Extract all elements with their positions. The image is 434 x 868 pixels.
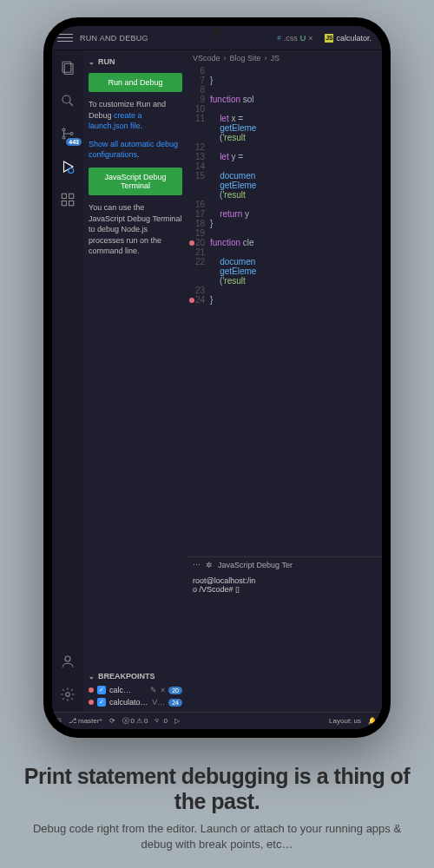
- edit-icon[interactable]: ✎: [150, 686, 157, 694]
- code-editor[interactable]: 67}89function sol1011 let x = getEleme (…: [187, 66, 382, 556]
- breakpoints-header[interactable]: ⌄BREAKPOINTS: [83, 668, 187, 684]
- breakpoint-dot-icon: [89, 687, 94, 693]
- svg-point-5: [62, 136, 65, 139]
- remote-icon[interactable]: ⎘: [57, 717, 62, 725]
- sync-icon[interactable]: ⟳: [109, 717, 115, 725]
- breadcrumb[interactable]: VScode› Blog Site› JS: [187, 50, 382, 66]
- explorer-icon[interactable]: [59, 59, 76, 76]
- breakpoint-checkbox[interactable]: ✓: [97, 686, 106, 694]
- debug-status-icon[interactable]: ▷: [174, 717, 180, 725]
- extensions-icon[interactable]: [59, 191, 76, 208]
- show-auto-configs-link[interactable]: Show all automatic debug configurations: [89, 140, 178, 160]
- code-line[interactable]: 8: [187, 85, 382, 95]
- layout-indicator[interactable]: Layout: us: [329, 717, 361, 725]
- code-line[interactable]: 12: [187, 142, 382, 152]
- svg-point-14: [66, 693, 70, 697]
- bell-icon[interactable]: 🔔: [368, 717, 377, 725]
- editor-tabs: # .css U × JS calculator.: [272, 30, 377, 46]
- svg-point-2: [62, 95, 70, 103]
- problems[interactable]: ⓧ0 ⚠0: [122, 716, 148, 726]
- hamburger-menu-icon[interactable]: [57, 30, 73, 45]
- run-and-debug-button[interactable]: Run and Debug: [89, 73, 182, 92]
- breakpoint-marker-icon[interactable]: [189, 298, 194, 303]
- tab-label: calculator.: [336, 34, 372, 43]
- source-control-icon[interactable]: 443: [59, 125, 76, 142]
- svg-rect-9: [62, 194, 66, 198]
- line-badge: 24: [168, 699, 182, 707]
- code-line[interactable]: ('result: [187, 133, 382, 142]
- breakpoint-dot-icon: [89, 700, 94, 705]
- more-icon[interactable]: ⋯: [193, 561, 201, 569]
- git-branch[interactable]: ⎇master*: [69, 717, 102, 725]
- code-line[interactable]: 24}: [187, 295, 382, 305]
- code-line[interactable]: 7}: [187, 76, 382, 85]
- code-line[interactable]: getEleme: [187, 123, 382, 133]
- breakpoint-row[interactable]: ✓ calculator.js V… 24: [83, 696, 187, 708]
- code-line[interactable]: getEleme: [187, 266, 382, 276]
- terminal[interactable]: root@localhost:/in o /VScode# ▯: [187, 573, 382, 712]
- code-line[interactable]: 14: [187, 161, 382, 171]
- code-line[interactable]: 6: [187, 66, 382, 76]
- account-icon[interactable]: [59, 653, 76, 670]
- headline: Print statement debugging is a thing of …: [17, 764, 417, 814]
- code-line[interactable]: 11 let x =: [187, 114, 382, 123]
- tab-css[interactable]: # .css U ×: [272, 30, 318, 46]
- svg-line-3: [69, 102, 73, 106]
- breakpoint-marker-icon[interactable]: [189, 240, 194, 246]
- code-line[interactable]: 10: [187, 104, 382, 114]
- terminal-header[interactable]: ⋯ ✲ JavaScript Debug Ter: [187, 556, 382, 573]
- svg-point-4: [62, 128, 65, 131]
- code-line[interactable]: 21: [187, 247, 382, 257]
- auto-configs-hint: Show all automatic debug configurations.: [89, 139, 182, 161]
- code-line[interactable]: ('result: [187, 190, 382, 200]
- svg-rect-11: [62, 201, 66, 206]
- tab-close-icon[interactable]: ×: [308, 34, 312, 43]
- marketing-caption: Print statement debugging is a thing of …: [17, 764, 417, 852]
- code-line[interactable]: 19: [187, 228, 382, 238]
- phone-frame: RUN AND DEBUG # .css U × JS calculator. …: [43, 17, 391, 738]
- code-line[interactable]: ('result: [187, 276, 382, 286]
- code-line[interactable]: 9function sol: [187, 95, 382, 104]
- code-line[interactable]: 16: [187, 200, 382, 209]
- svg-point-6: [70, 133, 73, 135]
- status-bar: ⎘ ⎇master* ⟳ ⓧ0 ⚠0 ᯤ0 ▷ Layout: us 🔔: [52, 712, 382, 729]
- code-line[interactable]: 13 let y =: [187, 152, 382, 161]
- run-section-header[interactable]: ⌄RUN: [83, 54, 187, 69]
- debug-icon: ✲: [206, 561, 213, 569]
- panel-title: RUN AND DEBUG: [80, 34, 148, 43]
- svg-rect-10: [69, 194, 74, 198]
- remove-icon[interactable]: ×: [161, 686, 165, 694]
- tab-js[interactable]: JS calculator.: [319, 30, 377, 46]
- code-line[interactable]: 20function cle: [187, 238, 382, 247]
- svg-point-8: [69, 168, 74, 174]
- run-debug-icon[interactable]: [59, 158, 76, 175]
- activity-bar: 443: [52, 50, 83, 712]
- svg-point-13: [65, 656, 70, 661]
- breakpoint-row[interactable]: ✓ calc… ✎ × 20: [83, 684, 187, 696]
- line-badge: 20: [168, 687, 182, 694]
- branch-icon: ⎇: [69, 717, 76, 725]
- scm-badge: 443: [66, 138, 82, 146]
- chevron-down-icon: ⌄: [89, 58, 95, 66]
- breakpoint-checkbox[interactable]: ✓: [97, 698, 106, 707]
- js-debug-terminal-button[interactable]: JavaScript Debug Terminal: [89, 168, 182, 195]
- code-line[interactable]: 22 documen: [187, 257, 382, 266]
- code-line[interactable]: 18}: [187, 219, 382, 228]
- main-area: 443 ⌄RUN Run and Debug To customize Run …: [52, 50, 382, 712]
- code-line[interactable]: 23: [187, 286, 382, 295]
- ports[interactable]: ᯤ0: [155, 717, 167, 725]
- js-file-icon: JS: [325, 34, 333, 43]
- css-file-icon: #: [277, 34, 280, 42]
- settings-gear-icon[interactable]: [59, 686, 76, 703]
- subheadline: Debug code right from the editor. Launch…: [17, 821, 417, 852]
- customize-hint: To customize Run and Debug create a laun…: [89, 99, 182, 132]
- code-line[interactable]: getEleme: [187, 181, 382, 190]
- tab-modified: U: [300, 34, 306, 43]
- tab-label: .css: [284, 34, 298, 43]
- code-line[interactable]: 17 return y: [187, 209, 382, 219]
- run-debug-sidebar: ⌄RUN Run and Debug To customize Run and …: [83, 50, 187, 712]
- terminal-hint: You can use the JavaScript Debug Termina…: [89, 202, 182, 257]
- code-line[interactable]: 15 documen: [187, 171, 382, 181]
- search-icon[interactable]: [59, 92, 76, 109]
- topbar: RUN AND DEBUG # .css U × JS calculator.: [52, 26, 382, 50]
